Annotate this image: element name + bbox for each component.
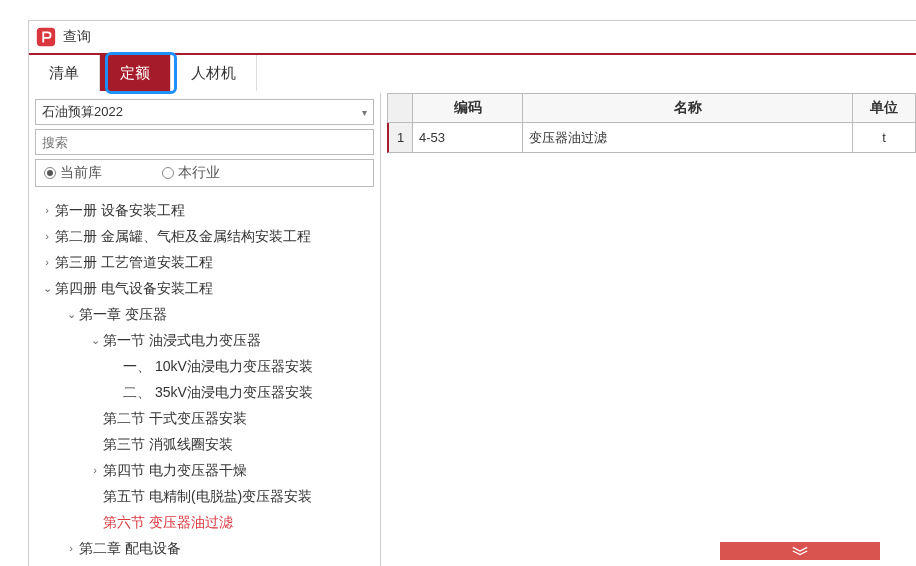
- chevron-right-icon: ›: [39, 197, 55, 223]
- grid-header-rownum: [387, 93, 413, 123]
- tree-leaf-10kv[interactable]: 一、 10kV油浸电力变压器安装: [35, 353, 380, 379]
- tab-list[interactable]: 清单: [29, 55, 100, 91]
- catalog-tree: ›第一册 设备安装工程 ›第二册 金属罐、气柜及金属结构安装工程 ›第三册 工艺…: [35, 193, 380, 565]
- double-chevron-down-icon: [791, 546, 809, 556]
- window-title: 查询: [63, 28, 91, 46]
- tree-node-book1[interactable]: ›第一册 设备安装工程: [35, 197, 380, 223]
- chevron-down-icon: ▾: [362, 107, 367, 118]
- grid-header-code[interactable]: 编码: [413, 93, 523, 123]
- tree-node-section3[interactable]: 第三节 消弧线圈安装: [35, 431, 380, 457]
- tab-labor[interactable]: 人材机: [171, 55, 257, 91]
- tree-node-book4[interactable]: ⌄第四册 电气设备安装工程: [35, 275, 380, 301]
- expand-panel-button[interactable]: [720, 542, 880, 560]
- tree-node-section5[interactable]: 第五节 电精制(电脱盐)变压器安装: [35, 483, 380, 509]
- tree-node-book2[interactable]: ›第二册 金属罐、气柜及金属结构安装工程: [35, 223, 380, 249]
- grid-cell-name[interactable]: 变压器油过滤: [523, 123, 853, 153]
- tree-node-book3[interactable]: ›第三册 工艺管道安装工程: [35, 249, 380, 275]
- main-tabs: 清单 定额 人材机: [29, 55, 916, 91]
- tree-node-chapter1[interactable]: ⌄第一章 变压器: [35, 301, 380, 327]
- scope-radio-group: 当前库 本行业: [35, 159, 374, 187]
- radio-industry[interactable]: 本行业: [162, 164, 220, 182]
- tree-leaf-35kv[interactable]: 二、 35kV油浸电力变压器安装: [35, 379, 380, 405]
- tree-node-section6[interactable]: 第六节 变压器油过滤: [35, 509, 380, 535]
- grid-cell-rownum: 1: [387, 123, 413, 153]
- tree-node-chapter2[interactable]: ›第二章 配电设备: [35, 535, 380, 561]
- quota-library-combo[interactable]: 石油预算2022 ▾: [35, 99, 374, 125]
- chevron-right-icon: ›: [87, 457, 103, 483]
- tree-scroll[interactable]: ›第一册 设备安装工程 ›第二册 金属罐、气柜及金属结构安装工程 ›第三册 工艺…: [35, 193, 380, 566]
- tree-node-section4[interactable]: ›第四节 电力变压器干燥: [35, 457, 380, 483]
- app-logo-icon: [35, 26, 57, 48]
- grid-header-unit[interactable]: 单位: [853, 93, 916, 123]
- chevron-right-icon: ›: [39, 223, 55, 249]
- title-bar: 查询: [29, 21, 916, 55]
- right-panel: 编码 名称 单位 1 4-53 变压器油过滤 t: [381, 93, 916, 566]
- chevron-down-icon: ⌄: [39, 275, 55, 301]
- radio-dot-icon: [162, 167, 174, 179]
- radio-current-library[interactable]: 当前库: [44, 164, 102, 182]
- chevron-right-icon: ›: [63, 535, 79, 561]
- grid-header-name[interactable]: 名称: [523, 93, 853, 123]
- grid-header: 编码 名称 单位: [387, 93, 916, 123]
- tree-node-section1[interactable]: ⌄第一节 油浸式电力变压器: [35, 327, 380, 353]
- tab-quota[interactable]: 定额: [100, 55, 171, 91]
- tree-node-section2[interactable]: 第二节 干式变压器安装: [35, 405, 380, 431]
- grid-cell-unit[interactable]: t: [853, 123, 916, 153]
- radio-dot-icon: [44, 167, 56, 179]
- search-input[interactable]: [35, 129, 374, 155]
- combo-value: 石油预算2022: [42, 103, 123, 121]
- result-grid: 编码 名称 单位 1 4-53 变压器油过滤 t: [387, 93, 916, 153]
- chevron-down-icon: ⌄: [87, 327, 103, 353]
- left-panel: 石油预算2022 ▾ 当前库 本行业 ›第一册 设备安装工程 ›第二册 金属罐、…: [29, 93, 381, 566]
- chevron-down-icon: ⌄: [63, 301, 79, 327]
- grid-row[interactable]: 1 4-53 变压器油过滤 t: [387, 123, 916, 153]
- chevron-right-icon: ›: [39, 249, 55, 275]
- grid-cell-code[interactable]: 4-53: [413, 123, 523, 153]
